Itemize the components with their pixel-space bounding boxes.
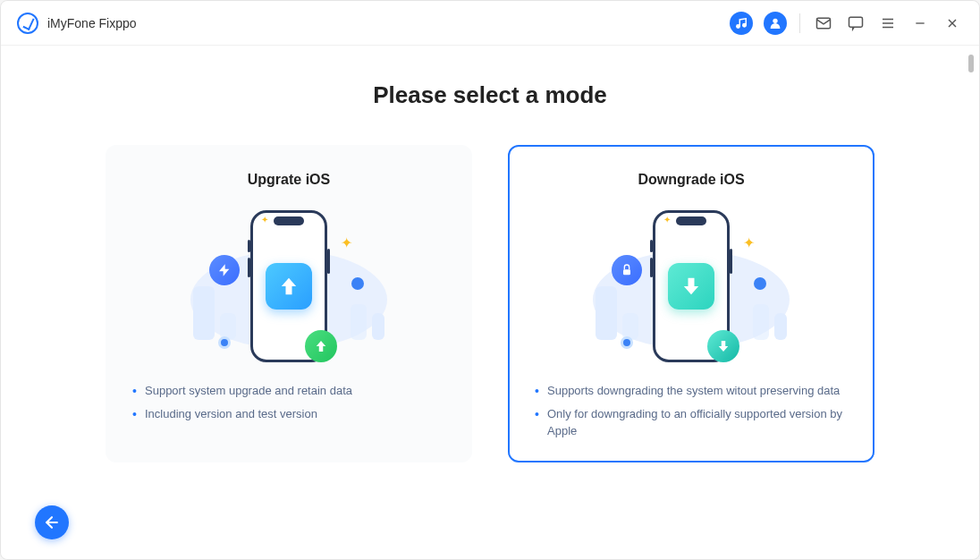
- arrow-down-icon: [668, 263, 714, 310]
- svg-point-0: [737, 24, 740, 28]
- svg-rect-4: [849, 17, 863, 27]
- upgrade-bullets: Support system upgrade and retain data I…: [129, 379, 449, 425]
- sparkle-icon: ✦: [663, 215, 671, 225]
- titlebar-left: iMyFone Fixppo: [17, 13, 137, 34]
- downgrade-title: Downgrade iOS: [531, 172, 851, 188]
- upgrade-title: Upgrate iOS: [129, 172, 449, 188]
- arrow-up-icon: [266, 263, 312, 310]
- feedback-icon[interactable]: [845, 13, 866, 34]
- bullet-item: Supports downgrading the system witout p…: [531, 379, 851, 403]
- mail-icon[interactable]: [813, 13, 834, 34]
- page-title: Please select a mode: [90, 81, 890, 109]
- sparkle-icon: ✦: [743, 234, 755, 251]
- divider: [799, 13, 800, 33]
- scrollbar[interactable]: [968, 55, 974, 72]
- bullet-item: Including version and test version: [129, 403, 449, 426]
- bolt-icon: [209, 255, 240, 285]
- bullet-item: Only for downgrading to an officially su…: [531, 403, 851, 443]
- dot-icon: [621, 336, 633, 349]
- bullet-item: Support system upgrade and retain data: [129, 379, 449, 403]
- upgrade-card[interactable]: Upgrate iOS ✦ ✦: [106, 145, 472, 462]
- music-icon[interactable]: [730, 12, 753, 35]
- dot-icon: [754, 277, 766, 290]
- downgrade-bullets: Supports downgrading the system witout p…: [531, 379, 851, 443]
- content: Please select a mode Upgrate iOS ✦ ✦: [1, 46, 979, 559]
- mode-cards: Upgrate iOS ✦ ✦: [90, 145, 890, 462]
- titlebar-right: [730, 12, 963, 35]
- close-icon[interactable]: [942, 13, 963, 34]
- downgrade-card[interactable]: Downgrade iOS ✦ ✦: [508, 145, 874, 462]
- arrow-up-small-icon: [305, 330, 337, 362]
- dot-icon: [351, 277, 364, 290]
- app-name: iMyFone Fixppo: [47, 16, 137, 30]
- sparkle-icon: ✦: [341, 234, 352, 251]
- svg-point-1: [743, 23, 747, 26]
- lock-icon: [612, 255, 642, 285]
- upgrade-illustration: ✦ ✦: [129, 206, 449, 367]
- sparkle-icon: ✦: [261, 215, 268, 225]
- svg-point-2: [773, 18, 777, 22]
- account-icon[interactable]: [764, 12, 787, 35]
- svg-rect-11: [623, 269, 630, 275]
- arrow-down-small-icon: [707, 330, 739, 362]
- dot-icon: [218, 336, 231, 349]
- titlebar: iMyFone Fixppo: [1, 1, 979, 46]
- back-button[interactable]: [35, 505, 69, 539]
- app-logo-icon: [17, 13, 38, 34]
- downgrade-illustration: ✦ ✦: [531, 206, 851, 367]
- minimize-icon[interactable]: [909, 13, 931, 34]
- menu-icon[interactable]: [877, 13, 899, 34]
- app-window: iMyFone Fixppo: [0, 0, 980, 560]
